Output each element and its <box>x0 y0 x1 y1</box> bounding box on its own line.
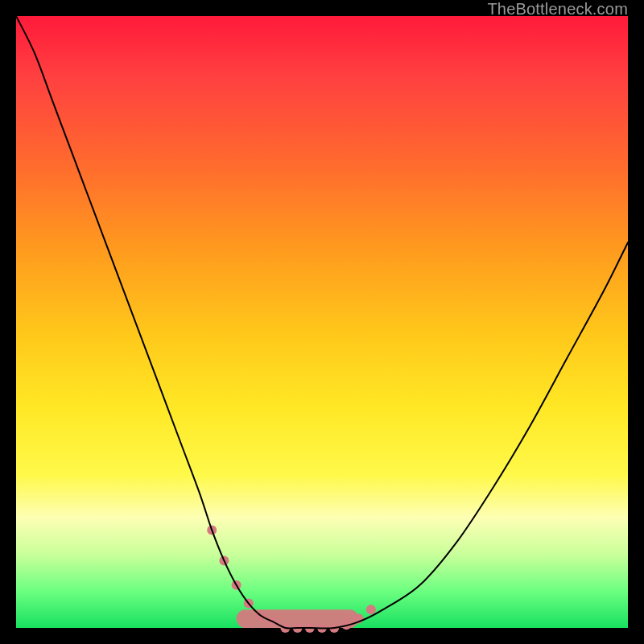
stage: TheBottleneck.com <box>0 0 644 644</box>
trough-marker <box>366 605 376 614</box>
attribution-text: TheBottleneck.com <box>487 0 628 18</box>
chart-svg <box>16 16 628 628</box>
bottleneck-curve <box>16 16 628 629</box>
bottleneck-chart <box>16 16 628 628</box>
